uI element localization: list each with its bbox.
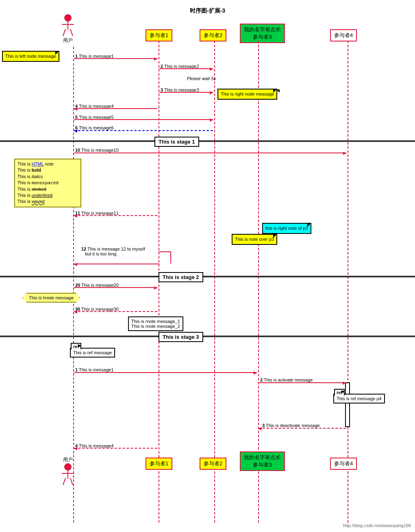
actor-body (62, 22, 74, 36)
msg-3 (159, 92, 213, 93)
ref-box-2: ref This is ref message p4 (333, 394, 385, 403)
msg-6 (74, 130, 213, 131)
actor-user-label-bottom: 用户 (63, 456, 73, 463)
msg-10 (74, 153, 346, 153)
stage-label-2: This is stage 2 (159, 272, 203, 282)
note-over-p3: This is note over p3 (232, 234, 277, 245)
participant-p3-bottom: 我的名字有点长参与者3 (240, 451, 285, 471)
msg-5 (74, 119, 213, 120)
msg-label-2b: 2 This is activate message (260, 377, 313, 382)
msg-12-self (159, 251, 171, 264)
stage-label-1: This is stage 1 (154, 137, 199, 147)
msg-1 (74, 58, 157, 59)
msg-2b (259, 382, 346, 383)
msg-2 (159, 68, 213, 69)
actor-user-label-top: 用户 (63, 37, 73, 44)
lifeline-p2 (214, 41, 215, 523)
actor-head (64, 14, 72, 22)
participant-p4-bottom: 参与者4 (330, 458, 357, 470)
msg-3b (259, 428, 346, 429)
stage-bar-3 (0, 336, 415, 337)
msg-11 (74, 215, 157, 216)
msg-1b (74, 372, 257, 373)
watermark: http://blog.csdn.net/aixiaoyang168 (343, 523, 411, 528)
msg-label-3b: 3 This is deactivate message (262, 423, 320, 428)
participant-p4-top: 参与者4 (330, 29, 357, 41)
html-link: HTML (32, 161, 44, 166)
participant-p1-bottom: 参与者1 (146, 458, 172, 470)
lifeline-user (73, 47, 74, 523)
participant-p1-top: 参与者1 (146, 29, 172, 41)
msg-20 (74, 287, 157, 288)
msg-label-1b: 1 This is message1 (75, 367, 114, 372)
participant-p3-top: 我的名字有点长参与者3 (240, 24, 285, 43)
actor-user-top: 用户 (62, 14, 74, 44)
msg-4b (74, 448, 157, 449)
msg-label-6: 6 This is message6 (75, 125, 114, 130)
ref-box-1: ref This is ref message (70, 348, 115, 358)
actor-body-bottom (62, 471, 74, 485)
diagram: 时序图-扩展-3 用户 参与者1 参与者2 我的名字有点长参与者3 参与者4 (0, 0, 415, 532)
lifeline-p4 (348, 41, 348, 523)
stage-label-3: This is stage 3 (159, 332, 203, 342)
actor-head-bottom (64, 463, 72, 471)
msg-4 (74, 108, 157, 109)
stage-bar-2 (0, 276, 415, 277)
note-right-node: This is right node message (217, 89, 277, 100)
participant-p2-bottom: 参与者2 (200, 458, 226, 470)
note-right-p3: this is right note of p3 (262, 223, 311, 234)
stage-bar-1 (0, 140, 415, 142)
msg-12-back (74, 264, 159, 264)
note-rmote: This is rnote message_1 This is rnote me… (128, 316, 183, 331)
msg-wait: Please wait 5s (187, 76, 216, 81)
activation-p4 (345, 382, 350, 427)
note-html: This is HTML note This is bold This is i… (14, 159, 81, 207)
lifeline-p3 (258, 41, 259, 523)
msg-label-12: 12 This is message 12 to myself but it i… (81, 246, 145, 256)
note-hnote: This is hnote message (22, 293, 80, 303)
note-left-node: This is left node message (2, 51, 59, 62)
actor-user-bottom: 用户 (62, 456, 74, 485)
participant-p2-top: 参与者2 (200, 29, 226, 41)
msg-label-10: 10 This is message10 (75, 148, 119, 153)
msg-30 (74, 311, 157, 312)
